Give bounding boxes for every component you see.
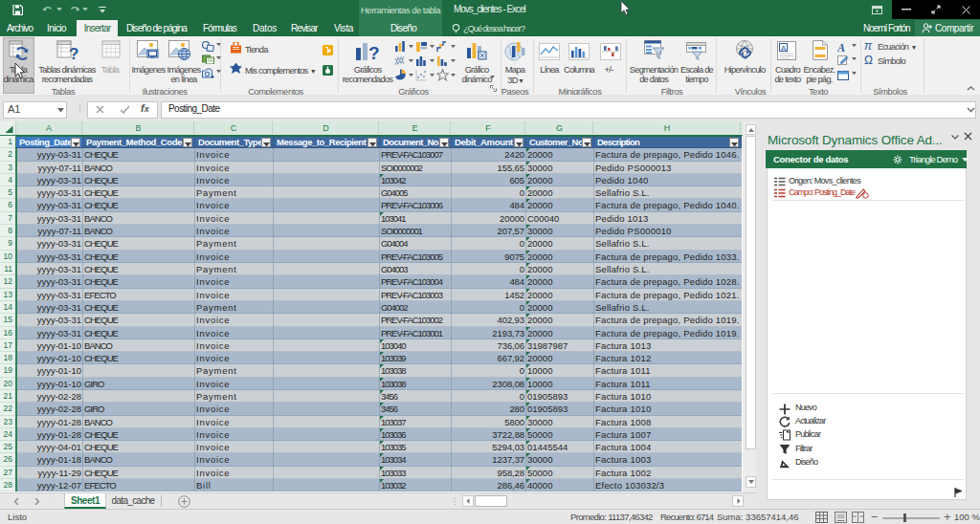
svg-text:?: ? [368,43,380,62]
svg-text:A: A [781,44,787,53]
svg-text:A: A [837,42,845,53]
svg-text:?: ? [69,45,78,61]
